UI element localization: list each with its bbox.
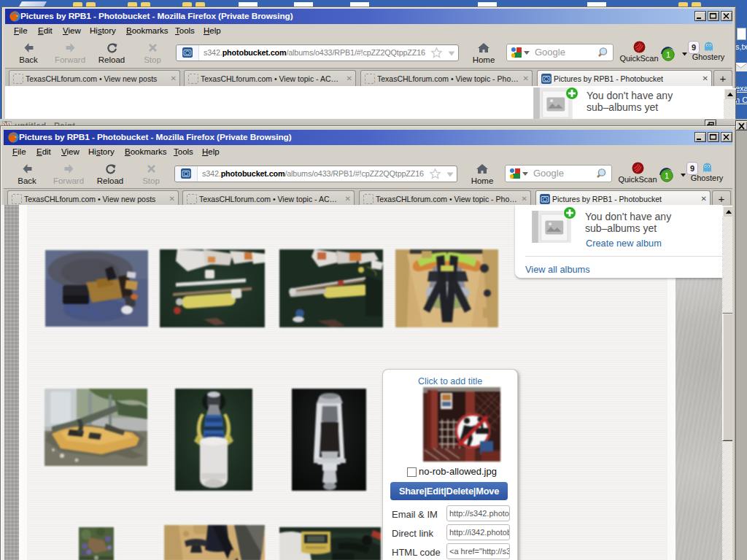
svg-text:1: 1 bbox=[665, 171, 669, 180]
svg-text:1: 1 bbox=[666, 50, 670, 59]
